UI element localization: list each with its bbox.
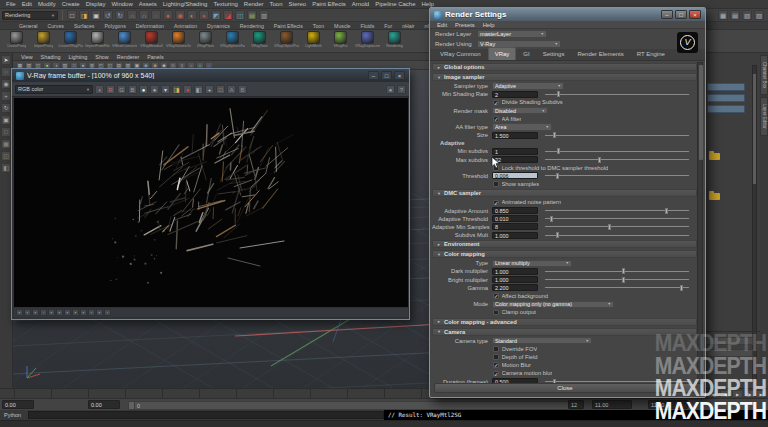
slider-dark-multiplier[interactable] <box>545 271 689 272</box>
transport-button[interactable]: ▶| <box>756 390 767 398</box>
layout-split-icon[interactable]: ◫ <box>1 151 11 161</box>
input-size[interactable]: 1.500 <box>492 132 538 139</box>
close-button[interactable]: × <box>689 10 701 19</box>
section-dmc-sampler[interactable]: ▼DMC sampler <box>432 189 697 197</box>
checkbox-override-fov[interactable] <box>493 346 499 352</box>
tab-vray[interactable]: VRay <box>488 47 517 60</box>
snap-grid-icon[interactable]: ∩ <box>127 10 137 20</box>
scrollbar-thumb[interactable] <box>753 74 756 184</box>
command-input[interactable] <box>28 411 384 419</box>
shelf-tab-surfaces[interactable]: Surfaces <box>69 22 99 30</box>
rs-menu-presets[interactable]: Presets <box>451 21 479 28</box>
slider-subdivs-mult[interactable] <box>545 235 689 236</box>
shelf-tab-curves[interactable]: Curves <box>42 22 68 30</box>
load-image-icon[interactable]: ◨ <box>172 85 181 94</box>
section-image-sampler[interactable]: ▼Image sampler <box>432 73 697 81</box>
input-bright-multiplier[interactable]: 1.000 <box>492 276 538 283</box>
dropdown-mode[interactable]: Color mapping only (no gamma)▼ <box>492 301 614 308</box>
render-layer-select[interactable]: masterLayer ▼ <box>477 30 547 38</box>
render-view-icon[interactable]: ● <box>163 10 173 20</box>
slider-handle[interactable] <box>608 224 611 230</box>
shelf-tab-general[interactable]: General <box>14 22 42 30</box>
fbb-9-icon[interactable]: ▪ <box>80 309 87 316</box>
shelf-tab-animation[interactable]: Animation <box>169 22 202 30</box>
rs-menu-edit[interactable]: Edit <box>433 21 451 28</box>
sort-icon-icon[interactable]: ▦ <box>718 10 728 20</box>
dropdown-camera-type[interactable]: Standard▼ <box>492 337 592 344</box>
section-environment[interactable]: ►Environment <box>432 240 697 248</box>
input-dark-multiplier[interactable]: 1.000 <box>492 268 538 275</box>
menu-stereo[interactable]: Stereo <box>286 0 310 9</box>
slider-size[interactable] <box>545 135 689 136</box>
compare-b-icon[interactable]: B <box>238 85 247 94</box>
snap-point-icon[interactable]: ∩ <box>151 10 161 20</box>
input-threshold[interactable]: 0.006 <box>492 172 538 179</box>
launch-render-view-icon[interactable]: ◫ <box>235 10 245 20</box>
anim-start-field[interactable]: 0.00 <box>2 400 34 409</box>
checkbox-clamp-output[interactable] <box>493 310 499 316</box>
slider-handle[interactable] <box>557 91 560 97</box>
menu-toon[interactable]: Toon <box>267 0 286 9</box>
save-scene-icon[interactable]: ▣ <box>91 10 101 20</box>
slider-adaptive-threshold[interactable] <box>545 218 689 219</box>
checkbox-show-samples[interactable] <box>493 181 499 187</box>
transport-button[interactable]: ◀ <box>720 390 731 398</box>
clear-image-icon[interactable]: ● <box>183 85 192 94</box>
range-slider[interactable]: 0 <box>128 401 583 410</box>
menu-pipeline-cache[interactable]: Pipeline Cache <box>372 0 418 9</box>
vp-menu-renderer[interactable]: Renderer <box>113 53 143 60</box>
shelf-tab-rendering[interactable]: Rendering <box>235 22 269 30</box>
playback-start-field[interactable]: 0.00 <box>88 400 120 409</box>
ipr-render-icon[interactable]: ◉ <box>175 10 185 20</box>
slider-handle[interactable] <box>680 285 683 291</box>
shelf-item-vraymetaball[interactable]: VRayMetaball <box>139 31 164 52</box>
menu-assets[interactable]: Assets <box>136 0 160 9</box>
paint-effects-icon[interactable]: ▤ <box>247 10 257 20</box>
checkbox-depth-of-field[interactable] <box>493 354 499 360</box>
shelf-item-importproxy[interactable]: ImportProxy <box>31 31 56 52</box>
shelf-item-rendering[interactable]: Rendering <box>382 31 407 52</box>
transport-button[interactable]: ◀| <box>708 390 719 398</box>
slider-duration-frames[interactable] <box>545 381 689 382</box>
region-render-icon[interactable]: □ <box>216 85 225 94</box>
tab-vray-common[interactable]: VRay Common <box>434 48 487 60</box>
help-icon[interactable]: ? <box>397 85 406 94</box>
scale-tool-icon[interactable]: ▣ <box>1 115 11 125</box>
input-min-subdivs[interactable]: 1 <box>492 148 538 155</box>
undo-icon[interactable]: ↺ <box>103 10 113 20</box>
slider-handle[interactable] <box>556 232 559 238</box>
input-min-shading-rate[interactable]: 2 <box>492 91 538 98</box>
menu-arnold[interactable]: Arnold <box>349 0 372 9</box>
snap-curve-icon[interactable]: ∩ <box>139 10 149 20</box>
green-channel-icon[interactable]: G <box>117 85 126 94</box>
shelf-item-vmeshconverter[interactable]: VMeshConverter <box>112 31 137 52</box>
channel-field[interactable] <box>707 105 745 113</box>
shelf-tab-fluids[interactable]: Fluids <box>356 22 380 30</box>
hypershade-icon[interactable]: ◩ <box>211 10 221 20</box>
slider-adaptive-amount[interactable] <box>545 210 689 211</box>
tab-render-elements[interactable]: Render Elements <box>571 48 629 60</box>
input-subdivs-mult[interactable]: 1.000 <box>492 232 538 239</box>
shelf-item-vrayplane[interactable]: VRayPlane <box>193 31 218 52</box>
maximize-button[interactable]: □ <box>675 10 687 19</box>
move-tool-icon[interactable]: + <box>1 91 11 101</box>
fbb-6-icon[interactable]: ▪ <box>56 309 63 316</box>
outline-icon-icon[interactable]: ▧ <box>742 10 752 20</box>
input-adaptive-amount[interactable]: 0.850 <box>492 207 538 214</box>
menu-display[interactable]: Display <box>83 0 109 9</box>
menu-set-selector[interactable]: Rendering ▼ <box>2 11 58 20</box>
panel-scrollbar[interactable] <box>752 65 757 380</box>
slider-bright-multiplier[interactable] <box>545 279 689 280</box>
fbb-12-icon[interactable]: ▪ <box>104 309 111 316</box>
fbb-8-icon[interactable]: ▪ <box>72 309 79 316</box>
fbb-5-icon[interactable]: ▪ <box>48 309 55 316</box>
red-channel-icon[interactable]: R <box>106 85 115 94</box>
tab-gi[interactable]: GI <box>517 48 535 60</box>
channel-field[interactable] <box>707 83 745 91</box>
rs-scrollbar[interactable] <box>697 62 703 384</box>
slider-handle[interactable] <box>557 148 560 154</box>
save-image-icon[interactable]: ▾ <box>161 85 170 94</box>
fbb-2-icon[interactable]: ▪ <box>24 309 31 316</box>
slider-handle[interactable] <box>622 268 625 274</box>
render-layer-folder-icon[interactable] <box>709 193 720 200</box>
